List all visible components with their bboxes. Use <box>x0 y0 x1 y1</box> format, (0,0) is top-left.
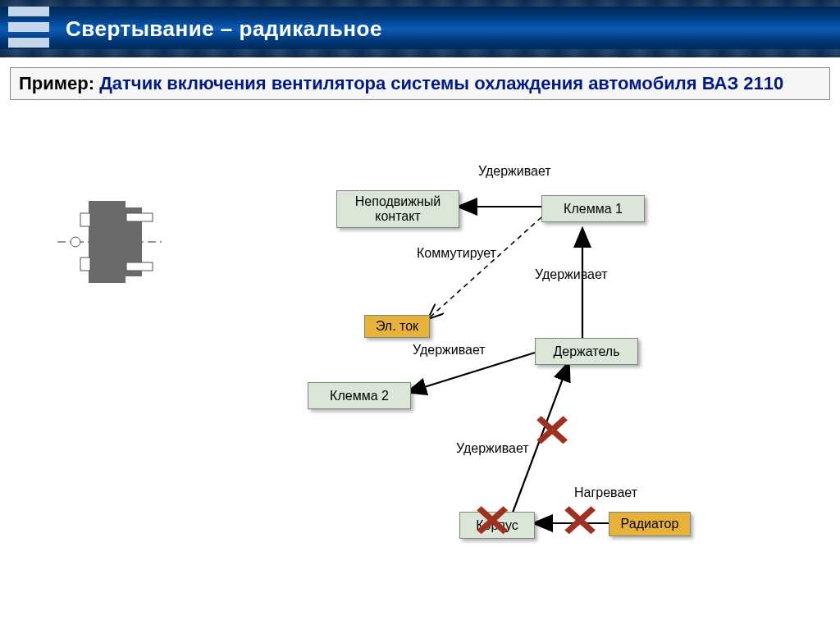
label-holds-2: Удерживает <box>535 267 608 282</box>
node-el-current: Эл. ток <box>364 315 430 338</box>
svg-rect-6 <box>126 262 153 271</box>
sensor-drawing <box>57 189 164 295</box>
label-heats: Нагревает <box>574 485 637 500</box>
svg-rect-4 <box>80 258 90 271</box>
example-text: Датчик включения вентилятора системы охл… <box>99 73 783 93</box>
cross-mark-1: ✕ <box>532 405 573 457</box>
node-terminal-1: Клемма 1 <box>541 195 645 222</box>
label-holds-3: Удерживает <box>413 343 486 358</box>
cross-mark-3: ✕ <box>559 495 600 547</box>
diagram-canvas: Удерживает Неподвижный контакт Клемма 1 … <box>0 115 840 629</box>
node-holder: Держатель <box>535 338 638 365</box>
svg-rect-5 <box>126 213 153 221</box>
svg-line-9 <box>430 217 541 317</box>
svg-rect-3 <box>80 213 90 226</box>
svg-point-7 <box>71 237 80 247</box>
example-box: Пример: Датчик включения вентилятора сис… <box>10 67 830 100</box>
node-terminal-2: Клемма 2 <box>308 382 411 409</box>
label-commutes: Коммутирует <box>417 246 496 261</box>
svg-line-11 <box>409 353 535 392</box>
example-label: Пример: <box>19 73 99 93</box>
label-holds-4: Удерживает <box>456 441 529 456</box>
slide-header: Свертывание – радикальное <box>0 0 840 57</box>
label-holds-1: Удерживает <box>478 164 551 179</box>
svg-rect-1 <box>89 201 126 283</box>
svg-line-12 <box>513 363 568 513</box>
slide-title: Свертывание – радикальное <box>66 16 382 42</box>
node-fixed-contact: Неподвижный контакт <box>336 190 459 228</box>
logo-icon <box>8 7 49 48</box>
node-radiator: Радиатор <box>609 512 691 536</box>
node-body: Корпус <box>459 512 535 539</box>
